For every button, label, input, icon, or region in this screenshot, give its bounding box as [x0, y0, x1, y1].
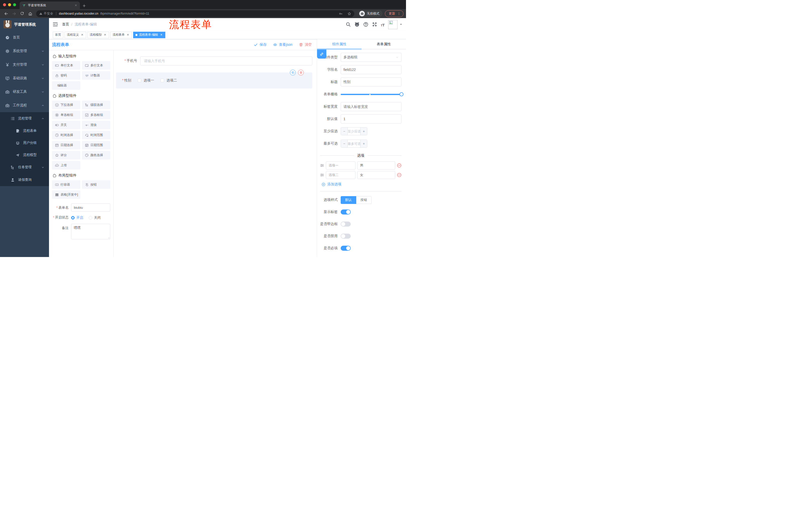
delete-field-button[interactable]	[298, 70, 304, 76]
default-value-input[interactable]	[341, 114, 402, 124]
browser-menu-dots-icon[interactable]	[397, 12, 401, 15]
palette-item-multi-line-text[interactable]: 多行文本	[82, 61, 110, 70]
resize-handle-icon[interactable]	[107, 236, 110, 239]
min-select-input[interactable]	[348, 128, 360, 135]
add-option-button[interactable]: 添加选项	[322, 182, 402, 187]
drag-handle-icon[interactable]	[320, 163, 324, 167]
option-value-input[interactable]	[357, 161, 395, 169]
form-remark-textarea[interactable]: 嘿嘿	[71, 224, 110, 239]
password-key-icon[interactable]	[339, 12, 343, 16]
required-switch[interactable]	[341, 246, 351, 251]
sidebar-item-process-model[interactable]: 流程模型	[0, 149, 49, 161]
phone-field-input[interactable]	[140, 56, 312, 65]
show-label-switch[interactable]	[341, 210, 351, 215]
link-drawer-toggle[interactable]	[317, 50, 326, 59]
component-type-select[interactable]: 多选框组	[341, 53, 402, 62]
palette-item-select[interactable]: 下拉选择	[52, 101, 80, 109]
palette-item-color-picker[interactable]: 颜色选择	[82, 151, 110, 159]
tag-process-model[interactable]: 流程模型✕	[87, 32, 109, 38]
duplicate-field-button[interactable]	[290, 70, 296, 76]
grid-slider[interactable]	[341, 90, 402, 99]
tag-close-icon[interactable]: ✕	[103, 33, 107, 37]
label-width-input[interactable]	[341, 102, 402, 111]
stepper-plus-button[interactable]: +	[360, 128, 367, 135]
palette-item-counter[interactable]: 计数器	[82, 71, 110, 80]
palette-item-single-line-text[interactable]: 单行文本	[52, 61, 80, 70]
new-tab-button[interactable]	[80, 4, 89, 9]
option-value-input[interactable]	[357, 171, 395, 179]
clear-button[interactable]: 清空	[299, 43, 312, 47]
gender-option1-checkbox[interactable]: 选项一	[138, 78, 154, 83]
tab-component-props[interactable]: 组件属性	[317, 39, 361, 49]
palette-item-slider[interactable]: 滑块	[82, 121, 110, 129]
title-input[interactable]	[341, 77, 402, 86]
drag-handle-icon[interactable]	[320, 173, 324, 177]
sidebar-item-home[interactable]: 首页	[0, 31, 49, 44]
tab-form-props[interactable]: 表单属性	[361, 39, 406, 49]
sidebar-item-task-mgmt[interactable]: 任务管理	[0, 161, 49, 173]
sidebar-item-process-form[interactable]: 流程表单	[0, 125, 49, 137]
minimize-window-button[interactable]	[8, 3, 11, 6]
stepper-plus-button[interactable]: +	[360, 140, 367, 147]
stepper-minus-button[interactable]: −	[341, 140, 348, 147]
sidebar-item-user-group[interactable]: 用户分组	[0, 137, 49, 149]
canvas-field-phone[interactable]: 手机号	[116, 56, 312, 65]
sidebar-item-system[interactable]: 系统管理	[0, 44, 49, 58]
fullscreen-icon[interactable]	[372, 22, 377, 27]
canvas-field-gender-selected[interactable]: 性别 选项一 选项二	[116, 73, 312, 88]
sidebar-item-workflow[interactable]: 工作流程	[0, 99, 49, 112]
gender-option2-checkbox[interactable]: 选项二	[161, 78, 177, 83]
palette-item-upload[interactable]: 上传	[52, 161, 80, 169]
tag-process-form-edit[interactable]: 流程表单-编辑✕	[133, 32, 165, 38]
palette-item-button[interactable]: 按钮	[82, 180, 110, 189]
style-default-button[interactable]: 默认	[341, 196, 356, 204]
tag-close-icon[interactable]: ✕	[126, 33, 129, 37]
status-on-radio[interactable]: 开启	[71, 216, 83, 220]
security-indicator[interactable]: 不安全	[39, 11, 53, 16]
font-size-icon[interactable]: TT	[381, 22, 385, 27]
field-name-input[interactable]	[341, 65, 402, 74]
palette-item-date-range[interactable]: 日期范围	[82, 141, 110, 150]
search-icon[interactable]	[346, 22, 351, 27]
max-select-input[interactable]	[348, 140, 360, 147]
sidebar-item-payment[interactable]: 支付管理	[0, 58, 49, 72]
palette-item-checkbox-group[interactable]: 多选框组	[82, 111, 110, 119]
tab-close-icon[interactable]	[75, 4, 77, 7]
sidebar-collapse-icon[interactable]	[53, 22, 58, 27]
palette-item-rate[interactable]: 评分	[52, 151, 80, 159]
app-logo[interactable]: 芋道管理系统	[0, 18, 49, 31]
palette-item-table[interactable]: 表格[开发中]	[52, 190, 80, 199]
maximize-window-button[interactable]	[13, 3, 16, 6]
tag-close-icon[interactable]: ✕	[160, 33, 163, 37]
sidebar-item-leave-query[interactable]: 请假查询	[0, 173, 49, 186]
remove-option-icon[interactable]	[397, 173, 402, 177]
browser-update-button[interactable]: 更新	[385, 10, 404, 17]
github-icon[interactable]	[354, 22, 359, 27]
style-button-button[interactable]: 按钮	[356, 196, 372, 204]
option-label-input[interactable]	[326, 171, 355, 179]
view-json-button[interactable]: 查看json	[273, 43, 292, 47]
border-switch[interactable]	[341, 221, 351, 226]
sidebar-item-process-mgmt[interactable]: 流程管理	[0, 112, 49, 125]
tag-process-form[interactable]: 流程表单✕	[110, 32, 132, 38]
form-name-input[interactable]	[71, 204, 110, 212]
stepper-minus-button[interactable]: −	[341, 128, 348, 135]
save-button[interactable]: 保存	[254, 43, 266, 47]
palette-item-date-picker[interactable]: 日期选择	[52, 141, 80, 150]
back-button[interactable]	[2, 10, 9, 17]
palette-item-cascader[interactable]: 级联选择	[82, 101, 110, 109]
tag-close-icon[interactable]: ✕	[80, 33, 84, 37]
sidebar-item-devtools[interactable]: 研发工具	[0, 85, 49, 99]
palette-item-time-picker[interactable]: 时间选择	[52, 131, 80, 139]
tag-process-definition[interactable]: 流程定义✕	[64, 32, 86, 38]
help-icon[interactable]	[363, 22, 368, 27]
palette-item-editor[interactable]: 编辑器	[52, 81, 80, 90]
palette-item-time-range[interactable]: 时间范围	[82, 131, 110, 139]
palette-item-password[interactable]: 密码	[52, 71, 80, 80]
status-off-radio[interactable]: 关闭	[89, 216, 101, 220]
address-bar[interactable]: 不安全 dashboard.yudao.iocoder.cn/bpm/manag…	[36, 10, 354, 17]
avatar[interactable]	[388, 20, 398, 29]
avatar-dropdown-icon[interactable]	[400, 23, 403, 26]
option-label-input[interactable]	[326, 161, 355, 169]
palette-item-row-container[interactable]: 行容器	[52, 180, 80, 189]
